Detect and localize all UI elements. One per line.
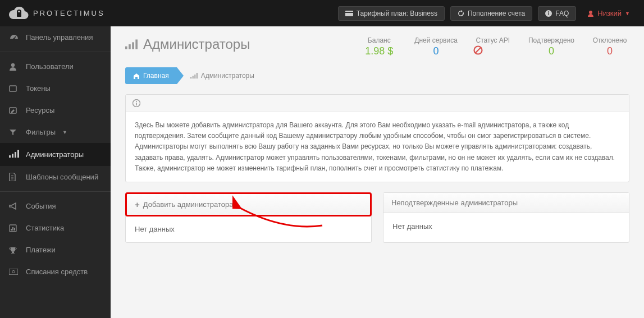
info-icon	[133, 99, 622, 107]
svg-rect-11	[9, 155, 11, 158]
stat-label: Баланс	[359, 36, 399, 44]
unconfirmed-label: Неподтвержденные администраторы	[391, 199, 518, 207]
stat-label: Отклонено	[590, 36, 629, 44]
brand-logo[interactable]: PROTECTIMUS	[8, 6, 105, 21]
sidebar-item-label: Токены	[26, 84, 51, 93]
signal-icon	[190, 73, 198, 79]
svg-rect-0	[17, 12, 21, 17]
file-icon	[9, 173, 19, 181]
page-title: Администраторы	[125, 36, 250, 52]
caret-down-icon: ▼	[62, 130, 67, 135]
gauge-icon	[9, 34, 19, 42]
info-icon: i	[545, 10, 552, 17]
sidebar-item-payments[interactable]: Платежи	[0, 239, 111, 261]
svg-rect-18	[14, 228, 15, 231]
svg-rect-29	[194, 75, 195, 79]
sidebar-item-label: События	[26, 202, 56, 210]
page-title-text: Администраторы	[143, 36, 250, 52]
sidebar-item-label: Пользователи	[26, 62, 74, 71]
sidebar-item-templates[interactable]: Шаблоны сообщений	[0, 166, 111, 188]
stat-value: 1.98 $	[359, 45, 399, 57]
ban-icon	[473, 45, 513, 55]
topbar-actions: Тарифный план: Business Пополнение счета…	[338, 6, 636, 21]
sidebar-item-label: Статистика	[26, 224, 64, 232]
svg-point-5	[589, 11, 592, 14]
crumb-home-label: Главная	[143, 72, 169, 80]
stat-declined: Отклонено 0	[590, 36, 629, 57]
crumb-current: Администраторы	[177, 67, 262, 84]
sidebar: Панель управления Пользователи Токены Ре…	[0, 26, 111, 318]
sidebar-item-resources[interactable]: Ресурсы	[0, 99, 111, 121]
topup-button[interactable]: Пополнение счета	[450, 6, 532, 21]
sidebar-item-users[interactable]: Пользователи	[0, 56, 111, 77]
content-area: Главная Администраторы Здесь Вы можете д…	[111, 64, 644, 256]
sidebar-item-filters[interactable]: Фильтры ▼	[0, 121, 111, 143]
svg-rect-17	[12, 227, 13, 231]
main-content: Администраторы Баланс 1.98 $ Дней сервис…	[111, 26, 644, 318]
stat-label: Дней сервиса	[414, 36, 458, 44]
panel-body-nodata: Нет данных	[383, 213, 629, 239]
sidebar-item-tokens[interactable]: Токены	[0, 77, 111, 99]
info-text: Здесь Вы можете добавить администратора …	[126, 112, 629, 182]
stat-api: Статус API	[473, 36, 513, 57]
megaphone-icon	[9, 202, 19, 210]
tariff-label: Тарифный план: Business	[357, 10, 437, 17]
sidebar-item-label: Ресурсы	[26, 106, 54, 114]
stat-balance: Баланс 1.98 $	[359, 36, 399, 57]
sidebar-item-label: Фильтры	[26, 128, 56, 136]
token-icon	[9, 85, 19, 93]
stat-label: Статус API	[473, 36, 513, 44]
svg-rect-9	[10, 86, 16, 91]
user-icon	[587, 10, 594, 17]
svg-rect-14	[17, 150, 19, 158]
info-panel: Здесь Вы можете добавить администратора …	[125, 94, 629, 182]
user-menu[interactable]: Низкий ▼	[582, 6, 636, 21]
svg-rect-22	[129, 44, 131, 49]
svg-point-8	[11, 63, 15, 66]
sidebar-item-admins[interactable]: Администраторы	[0, 143, 111, 166]
sidebar-item-label: Платежи	[26, 246, 56, 254]
faq-label: FAQ	[555, 10, 569, 17]
caret-down-icon: ▼	[625, 11, 630, 16]
topup-label: Пополнение счета	[468, 10, 525, 17]
stat-value: 0	[528, 45, 574, 57]
svg-rect-27	[190, 77, 191, 79]
home-icon	[133, 73, 140, 79]
svg-line-26	[476, 48, 481, 53]
add-admin-label: Добавить администратора	[143, 200, 234, 209]
svg-text:i: i	[548, 11, 550, 16]
svg-rect-24	[135, 39, 138, 49]
panel-add-admin: + Добавить администратора Нет данных	[125, 192, 372, 243]
crumb-home[interactable]: Главная	[125, 67, 177, 84]
plus-icon: +	[135, 200, 140, 209]
money-icon	[9, 269, 19, 275]
svg-rect-19	[9, 269, 18, 275]
svg-rect-2	[345, 12, 353, 13]
stat-value: 0	[590, 45, 629, 57]
svg-point-20	[12, 270, 15, 273]
svg-rect-30	[196, 73, 197, 79]
svg-rect-16	[11, 229, 12, 231]
user-icon	[9, 63, 19, 71]
svg-rect-33	[136, 103, 137, 105]
svg-rect-12	[12, 154, 13, 158]
stat-confirmed: Подтверждено 0	[528, 36, 574, 57]
svg-rect-28	[192, 76, 193, 79]
svg-rect-13	[15, 152, 16, 158]
trophy-icon	[9, 246, 19, 254]
tariff-button[interactable]: Тарифный план: Business	[338, 6, 445, 21]
svg-point-32	[136, 101, 137, 102]
bars-icon	[9, 224, 19, 232]
faq-button[interactable]: i FAQ	[538, 6, 576, 21]
crumb-current-label: Администраторы	[201, 72, 254, 80]
svg-rect-21	[125, 47, 127, 49]
panel-unconfirmed: Неподтвержденные администраторы Нет данн…	[383, 192, 629, 243]
sidebar-item-writeoffs[interactable]: Списания средств	[0, 261, 111, 283]
sidebar-item-stats[interactable]: Статистика	[0, 217, 111, 239]
sidebar-item-events[interactable]: События	[0, 195, 111, 217]
svg-rect-23	[132, 42, 134, 49]
sidebar-item-dashboard[interactable]: Панель управления	[0, 26, 111, 48]
user-label: Низкий	[597, 9, 622, 17]
add-admin-button[interactable]: + Добавить администратора	[125, 192, 372, 216]
signal-icon	[9, 150, 19, 159]
